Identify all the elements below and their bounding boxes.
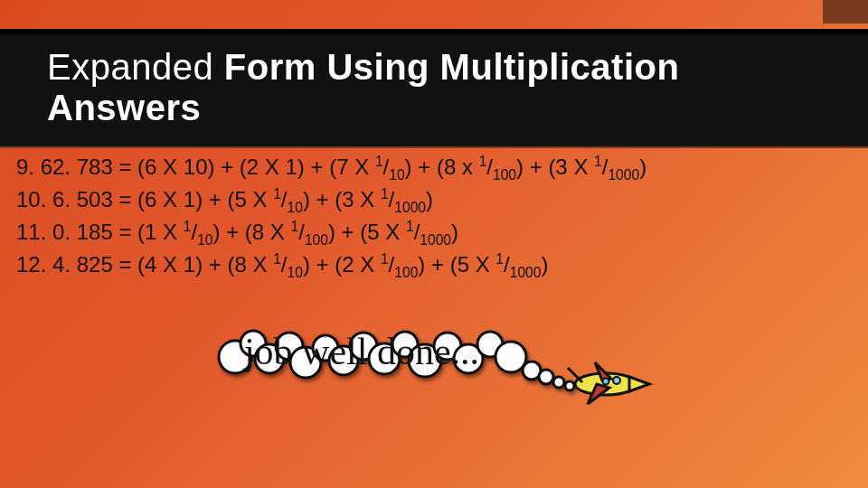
answer-line: 12. 4. 825 = (4 X 1) + (8 X 1/10) + (2 X… bbox=[16, 249, 852, 282]
svg-point-24 bbox=[613, 377, 620, 384]
answer-line: 11. 0. 185 = (1 X 1/10) + (8 X 1/100) + … bbox=[16, 217, 852, 249]
svg-marker-20 bbox=[629, 377, 649, 391]
illustration-text: job well done... bbox=[242, 331, 479, 372]
job-well-done-illustration: job well done... bbox=[199, 294, 669, 447]
title-prefix: Expanded bbox=[47, 47, 224, 87]
svg-point-14 bbox=[495, 342, 526, 372]
title-band: Expanded Form Using Multiplication Answe… bbox=[0, 29, 868, 148]
page-title: Expanded Form Using Multiplication Answe… bbox=[47, 47, 821, 128]
svg-point-25 bbox=[603, 379, 609, 385]
accent-bar bbox=[823, 0, 868, 23]
answer-line: 10. 6. 503 = (6 X 1) + (5 X 1/10) + (3 X… bbox=[16, 184, 852, 217]
svg-point-18 bbox=[565, 381, 574, 390]
answers-block: 9. 62. 783 = (6 X 10) + (2 X 1) + (7 X 1… bbox=[16, 152, 852, 281]
answer-line: 9. 62. 783 = (6 X 10) + (2 X 1) + (7 X 1… bbox=[16, 152, 852, 184]
svg-point-16 bbox=[539, 370, 553, 384]
svg-point-17 bbox=[553, 377, 564, 388]
